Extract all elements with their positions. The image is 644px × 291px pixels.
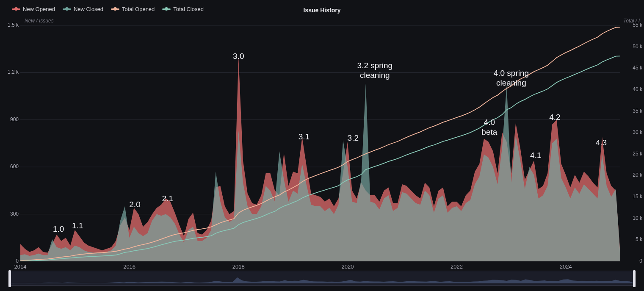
y-right-tick: 15 k — [622, 194, 642, 200]
y-right-tick: 20 k — [622, 172, 642, 178]
range-slider[interactable] — [9, 271, 635, 286]
y-right-tick: 35 k — [622, 108, 642, 114]
y-right-tick: 5 k — [622, 236, 642, 242]
legend-item-new-closed[interactable]: New Closed — [63, 6, 103, 12]
y-right-tick: 50 k — [622, 44, 642, 50]
y-axis-left-title: New / Issues — [25, 18, 54, 24]
y-left-tick: 0 — [2, 258, 19, 264]
y-right-tick: 45 k — [622, 65, 642, 71]
y-right-tick: 0 — [622, 258, 642, 264]
legend-marker-icon — [111, 8, 119, 10]
legend-marker-icon — [63, 8, 71, 10]
legend-label: New Closed — [74, 6, 103, 12]
y-left-tick: 600 — [2, 164, 19, 169]
y-left-tick: 900 — [2, 116, 19, 122]
legend-label: New Opened — [23, 6, 55, 12]
y-right-tick: 40 k — [622, 86, 642, 92]
x-tick: 2018 — [232, 263, 245, 270]
legend-item-total-closed[interactable]: Total Closed — [162, 6, 204, 12]
chart-title: Issue History — [304, 7, 341, 14]
y-right-tick: 25 k — [622, 151, 642, 157]
legend: New OpenedNew ClosedTotal OpenedTotal Cl… — [12, 6, 204, 12]
x-tick: 2020 — [341, 263, 354, 270]
legend-item-new-opened[interactable]: New Opened — [12, 6, 55, 12]
legend-marker-icon — [12, 8, 20, 10]
y-right-tick: 10 k — [622, 215, 642, 221]
y-left-tick: 1.5 k — [2, 22, 19, 28]
legend-marker-icon — [162, 8, 171, 10]
x-tick: 2022 — [451, 263, 463, 270]
legend-label: Total Closed — [173, 6, 204, 12]
y-left-tick: 300 — [2, 211, 19, 217]
y-right-tick: 30 k — [622, 129, 642, 135]
plot-area[interactable] — [20, 25, 620, 261]
legend-item-total-opened[interactable]: Total Opened — [111, 6, 155, 12]
legend-label: Total Opened — [122, 6, 155, 12]
y-left-tick: 1.2 k — [2, 69, 19, 75]
y-right-tick: 55 k — [622, 22, 642, 28]
x-tick: 2014 — [14, 263, 27, 270]
x-tick: 2024 — [560, 263, 572, 270]
chart-container: New OpenedNew ClosedTotal OpenedTotal Cl… — [0, 0, 644, 291]
x-tick: 2016 — [123, 263, 135, 270]
